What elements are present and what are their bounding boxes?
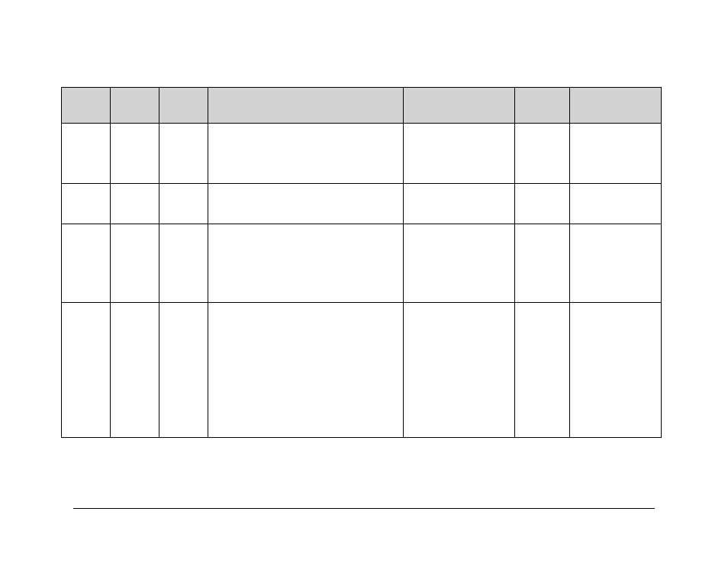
col-header-3	[208, 88, 404, 124]
cell	[515, 303, 570, 438]
col-header-5	[515, 88, 570, 124]
cell	[404, 303, 515, 438]
cell	[111, 124, 159, 184]
cell	[515, 184, 570, 224]
cell	[159, 184, 208, 224]
cell	[159, 224, 208, 303]
cell	[570, 224, 662, 303]
cell	[159, 303, 208, 438]
footer-rule	[73, 508, 655, 509]
col-header-0	[62, 88, 111, 124]
cell	[515, 224, 570, 303]
cell	[62, 303, 111, 438]
cell	[570, 184, 662, 224]
col-header-2	[159, 88, 208, 124]
cell	[62, 184, 111, 224]
cell	[111, 184, 159, 224]
cell	[111, 303, 159, 438]
col-header-6	[570, 88, 662, 124]
col-header-1	[111, 88, 159, 124]
cell	[404, 184, 515, 224]
table-row	[62, 124, 662, 184]
data-table	[61, 87, 662, 438]
cell	[208, 224, 404, 303]
cell	[62, 224, 111, 303]
cell	[515, 124, 570, 184]
col-header-4	[404, 88, 515, 124]
cell	[62, 124, 111, 184]
cell	[208, 303, 404, 438]
cell	[404, 224, 515, 303]
cell	[570, 303, 662, 438]
table-row	[62, 303, 662, 438]
table-row	[62, 224, 662, 303]
cell	[159, 124, 208, 184]
cell	[208, 124, 404, 184]
cell	[570, 124, 662, 184]
cell	[404, 124, 515, 184]
cell	[208, 184, 404, 224]
cell	[111, 224, 159, 303]
table-row	[62, 184, 662, 224]
page	[0, 0, 728, 563]
table-header	[62, 88, 662, 124]
